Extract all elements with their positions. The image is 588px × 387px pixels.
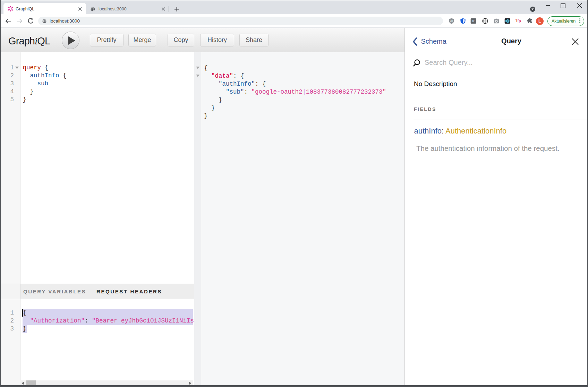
svg-text:uO: uO <box>450 20 453 22</box>
svg-text:P: P <box>472 19 474 23</box>
